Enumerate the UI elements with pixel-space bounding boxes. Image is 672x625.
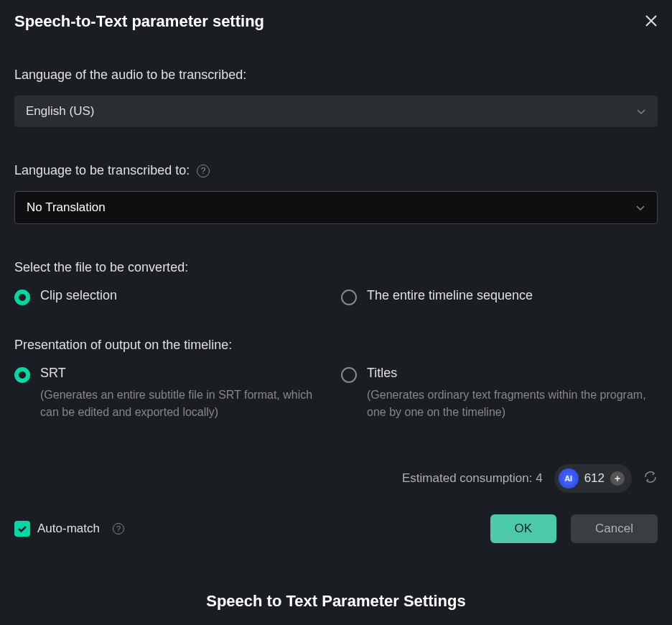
target-language-select[interactable]: No Translation: [14, 191, 658, 224]
target-language-label: Language to be transcribed to: ?: [14, 163, 658, 178]
button-group: OK Cancel: [490, 514, 658, 543]
source-language-label: Language of the audio to be transcribed:: [14, 68, 658, 83]
radio-entire-timeline[interactable]: The entire timeline sequence: [341, 288, 658, 305]
radio-srt[interactable]: SRT (Generates an entire subtitle file i…: [14, 366, 327, 421]
file-selection-group: Clip selection The entire timeline seque…: [14, 288, 658, 305]
radio-clip-selection[interactable]: Clip selection: [14, 288, 327, 305]
ok-button[interactable]: OK: [490, 514, 557, 543]
chevron-down-icon: [636, 104, 646, 119]
source-language-value: English (US): [26, 104, 94, 119]
auto-match-label: Auto-match: [37, 522, 100, 536]
auto-match-checkbox-group[interactable]: Auto-match ?: [14, 521, 124, 537]
ai-badge-icon: AI: [559, 468, 579, 489]
radio-button-icon: [341, 367, 357, 383]
help-icon[interactable]: ?: [113, 523, 124, 534]
source-language-select[interactable]: English (US): [14, 96, 658, 127]
dialog-title: Speech-to-Text parameter setting: [14, 12, 264, 31]
close-icon: [645, 14, 658, 27]
credits-pill[interactable]: AI 612 +: [554, 464, 632, 493]
radio-titles[interactable]: Titles (Generates ordinary text fragment…: [341, 366, 658, 421]
close-button[interactable]: [645, 11, 658, 32]
title-bar: Speech-to-Text parameter setting: [14, 11, 658, 32]
refresh-icon[interactable]: [643, 470, 658, 487]
chevron-down-icon: [635, 200, 645, 215]
output-presentation-group: SRT (Generates an entire subtitle file i…: [14, 366, 658, 421]
plus-icon[interactable]: +: [610, 471, 625, 486]
stt-settings-dialog: Speech-to-Text parameter setting Languag…: [0, 0, 672, 555]
help-icon[interactable]: ?: [197, 165, 210, 177]
radio-button-selected-icon: [14, 290, 30, 305]
target-language-value: No Translation: [27, 200, 106, 215]
checkbox-checked-icon: [14, 521, 30, 537]
radio-button-selected-icon: [14, 367, 30, 383]
consumption-label: Estimated consumption: 4: [402, 471, 543, 486]
radio-button-icon: [341, 290, 357, 305]
output-presentation-label: Presentation of output on the timeline:: [14, 338, 658, 353]
image-caption: Speech to Text Parameter Settings: [206, 592, 466, 611]
credits-value: 612: [584, 471, 605, 486]
cancel-button[interactable]: Cancel: [571, 514, 658, 543]
bottom-row: Auto-match ? OK Cancel: [14, 514, 658, 543]
consumption-row: Estimated consumption: 4 AI 612 +: [14, 464, 658, 493]
file-selection-label: Select the file to be converted:: [14, 260, 658, 275]
